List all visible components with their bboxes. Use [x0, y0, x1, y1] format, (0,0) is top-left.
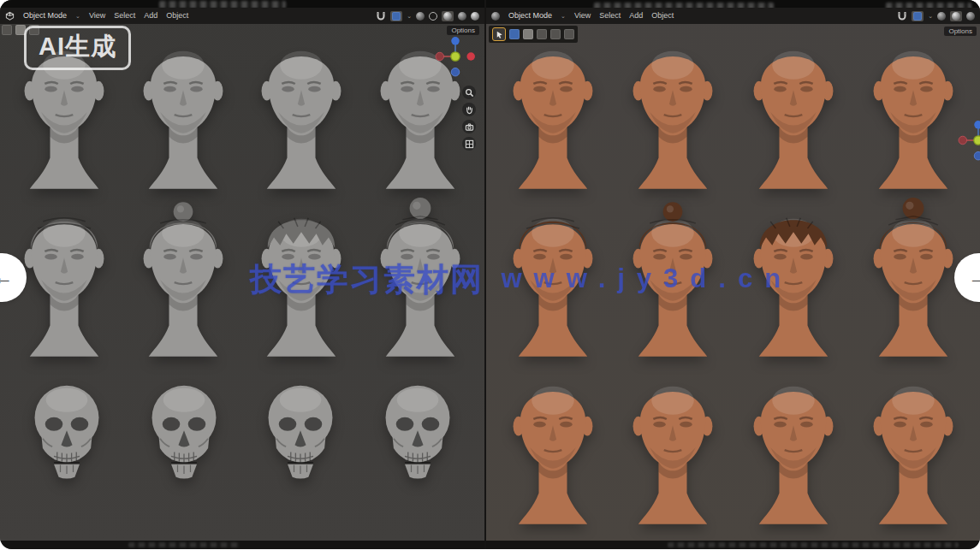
head-hair-topbun[interactable]	[859, 197, 967, 364]
skin-bald-row	[486, 29, 980, 197]
chevron-down-icon: ⌄	[75, 13, 80, 20]
shading-rendered-icon[interactable]	[471, 12, 479, 21]
mode-dropdown[interactable]: Object Mode	[23, 8, 67, 24]
menu-object[interactable]: Object	[166, 8, 188, 24]
watermark-site-name: 技艺学习素材网	[250, 262, 484, 297]
proportional-edit-icon[interactable]	[937, 12, 946, 21]
view-buttons	[462, 86, 476, 151]
head-bald[interactable]	[739, 364, 847, 532]
navigation-gizmo[interactable]	[956, 118, 980, 163]
snap-magnet-icon[interactable]	[376, 11, 386, 21]
navigation-gizmo[interactable]	[433, 34, 478, 79]
menu-select[interactable]: Select	[599, 8, 621, 24]
head-hair-slick[interactable]	[10, 197, 118, 364]
status-bar	[0, 541, 980, 549]
chevron-down-icon[interactable]: ⌄	[928, 13, 933, 20]
site-watermark: 技艺学习素材网 www.jy3d.cn	[250, 258, 793, 301]
options-panel-label[interactable]: Options	[944, 27, 977, 36]
head-skull[interactable]	[17, 371, 116, 523]
chevron-down-icon: ⌄	[561, 13, 566, 20]
status-text-smudge	[128, 542, 240, 547]
head-skull[interactable]	[251, 371, 350, 523]
snap-target-icon[interactable]	[390, 11, 402, 21]
zoom-icon[interactable]	[462, 86, 476, 99]
head-bald[interactable]	[739, 29, 847, 197]
head-bald[interactable]	[247, 29, 355, 197]
cube-icon[interactable]	[550, 29, 561, 39]
skin-bald-row-2	[486, 364, 980, 532]
head-skull[interactable]	[134, 371, 234, 523]
shading-material-icon[interactable]	[458, 12, 466, 21]
screenshot-card: Object Mode ⌄ View Select Add Object ⌄	[0, 0, 980, 549]
move-hand-icon[interactable]	[462, 103, 476, 116]
head-bald[interactable]	[859, 364, 967, 532]
active-cursor-tool-button[interactable]	[492, 27, 506, 41]
menu-view[interactable]: View	[89, 8, 105, 24]
editor-type-icon[interactable]	[491, 12, 500, 21]
viewport-left-header: Object Mode ⌄ View Select Add Object ⌄	[0, 8, 484, 24]
shading-wireframe-icon[interactable]	[429, 12, 437, 21]
editor-type-icon[interactable]	[5, 11, 15, 21]
snap-magnet-icon[interactable]	[897, 11, 907, 21]
chevron-down-icon[interactable]: ⌄	[407, 13, 412, 20]
measure-icon[interactable]	[523, 29, 533, 39]
proportional-edit-icon[interactable]	[416, 12, 425, 21]
menu-add[interactable]: Add	[144, 8, 157, 24]
camera-view-icon[interactable]	[462, 120, 476, 133]
cylinder-icon[interactable]	[564, 29, 574, 39]
menu-add[interactable]: Add	[629, 8, 643, 24]
mode-dropdown[interactable]: Object Mode	[508, 8, 552, 24]
editor-corner-icon[interactable]	[2, 25, 12, 35]
menu-object[interactable]: Object	[651, 8, 674, 24]
viewport-right-header: Object Mode ⌄ View Select Add Object ⌄	[486, 8, 980, 24]
head-bald[interactable]	[619, 364, 727, 532]
menu-select[interactable]: Select	[114, 8, 135, 24]
window-top-strip	[0, 0, 980, 8]
shading-solid-icon[interactable]	[950, 11, 962, 21]
ai-generated-badge: AI生成	[24, 26, 131, 70]
head-bald[interactable]	[859, 29, 967, 197]
watermark-url: www.jy3d.cn	[501, 263, 793, 293]
ortho-grid-icon[interactable]	[462, 137, 476, 151]
shading-material-icon[interactable]	[966, 12, 975, 21]
shading-solid-icon[interactable]	[442, 11, 454, 21]
head-bald[interactable]	[129, 29, 237, 197]
status-text-smudge	[668, 542, 959, 547]
head-hair-bun[interactable]	[129, 197, 237, 364]
mesh-icon[interactable]	[537, 29, 547, 39]
snap-target-icon[interactable]	[912, 11, 924, 21]
head-bald[interactable]	[499, 364, 607, 532]
head-skull[interactable]	[368, 371, 467, 523]
right-quick-toolbar	[489, 26, 578, 43]
menu-view[interactable]: View	[574, 8, 591, 24]
head-bald[interactable]	[499, 29, 607, 197]
annotate-icon[interactable]	[509, 29, 520, 39]
clay-skull-row	[0, 364, 484, 530]
head-bald[interactable]	[619, 29, 727, 197]
